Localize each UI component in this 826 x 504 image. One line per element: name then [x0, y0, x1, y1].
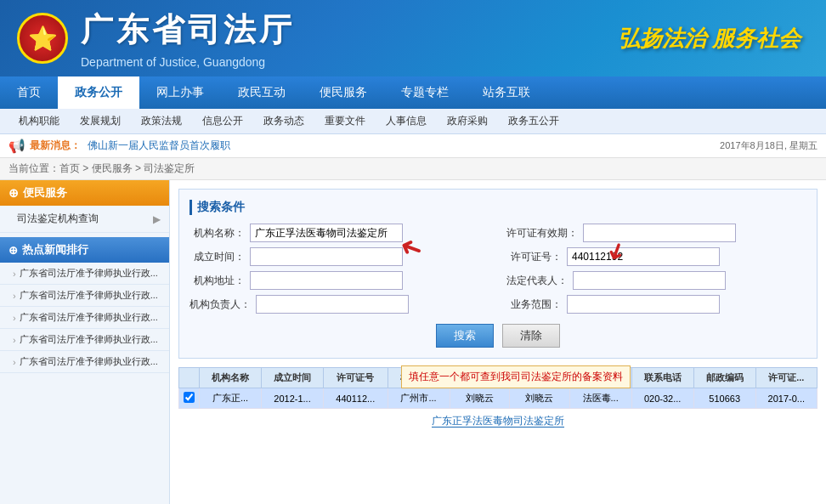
sidebar-news-item-2[interactable]: 广东省司法厅准予律师执业行政...: [0, 307, 169, 329]
logo-emblem: ⭐: [17, 13, 68, 64]
label-business-scope: 业务范围：: [506, 297, 562, 312]
sub-nav-xinxi[interactable]: 信息公开: [192, 109, 253, 133]
input-legal-rep[interactable]: [573, 271, 726, 290]
nav-item-zhengwu[interactable]: 政务公开: [58, 76, 139, 109]
sub-nav-zhongyao[interactable]: 重要文件: [314, 109, 376, 133]
sidebar-news-item-4[interactable]: 广东省司法厅准予律师执业行政...: [0, 351, 169, 373]
table-row[interactable]: 广东正... 2012-1... 440112... 广州市... 刘晓云 刘晓…: [179, 388, 818, 409]
main-nav: 首页 政务公开 网上办事 政民互动 便民服务 专题专栏 站务互联: [0, 76, 826, 109]
sub-nav-dongtai[interactable]: 政务动态: [253, 109, 314, 133]
input-establish-time[interactable]: [250, 247, 403, 266]
col-postcode: 邮政编码: [693, 368, 755, 388]
sidebar-news-icon: ⊕: [8, 244, 18, 257]
input-institution-person[interactable]: [256, 295, 409, 314]
input-license-no[interactable]: [567, 247, 720, 266]
title-en: Department of Justice, Guangdong: [81, 55, 295, 69]
main-content: 填任意一个都可查到我司司法鉴定所的备案资料 ➜ ➜ 搜索条件 机构名称： 许可证…: [170, 180, 826, 504]
row-checkbox[interactable]: [179, 388, 200, 409]
form-row-legal-rep: 法定代表人：: [506, 271, 806, 290]
sub-nav-wugong[interactable]: 政务五公开: [498, 109, 569, 133]
form-row-license-no: 许可证号：: [506, 247, 806, 266]
input-institution-addr[interactable]: [250, 271, 403, 290]
row-business: 法医毒...: [569, 388, 631, 409]
nav-item-home[interactable]: 首页: [0, 76, 58, 109]
nav-item-zhuanti[interactable]: 专题专栏: [384, 76, 466, 109]
label-establish-time: 成立时间：: [190, 250, 245, 264]
sidebar-news-item-1[interactable]: 广东省司法厅准予律师执业行政...: [0, 285, 169, 307]
row-license: 440112...: [324, 388, 388, 409]
news-text[interactable]: 佛山新一届人民监督员首次履职: [88, 139, 711, 153]
search-buttons: 搜索 清除: [190, 324, 806, 348]
sub-nav-renshi[interactable]: 人事信息: [376, 109, 437, 133]
nav-item-bianmin[interactable]: 便民服务: [303, 76, 384, 109]
news-icon: 📢: [8, 138, 25, 154]
sidebar: ⊕ 便民服务 司法鉴定机构查询 ▶ ⊕ 热点新闻排行 广东省司法厅准予律师执业行…: [0, 180, 170, 504]
annotation-box: 填任意一个都可查到我司司法鉴定所的备案资料: [401, 365, 631, 388]
row-person: 刘晓云: [510, 388, 570, 409]
sub-nav-zhengce[interactable]: 政策法规: [131, 109, 192, 133]
header-title: 广东省司法厅 Department of Justice, Guangdong: [81, 8, 295, 69]
col-license: 许可证号: [324, 368, 388, 388]
label-license-valid: 许可证有效期：: [506, 226, 578, 241]
col-establish: 成立时间: [262, 368, 324, 388]
col-license-exp: 许可证...: [755, 368, 817, 388]
form-row-license-valid: 许可证有效期：: [506, 224, 806, 242]
input-business-scope[interactable]: [567, 295, 720, 314]
sidebar-item-sifajianding[interactable]: 司法鉴定机构查询 ▶: [0, 206, 169, 233]
sub-nav-jigou[interactable]: 机构职能: [8, 109, 70, 133]
sidebar-news-title: ⊕ 热点新闻排行: [0, 237, 169, 263]
sidebar-section-bianmin: ⊕ 便民服务 司法鉴定机构查询 ▶: [0, 180, 169, 233]
sub-nav-caigou[interactable]: 政府采购: [437, 109, 498, 133]
form-row-establish: 成立时间：: [190, 247, 489, 266]
sidebar-news-item-3[interactable]: 广东省司法厅准予律师执业行政...: [0, 329, 169, 351]
nav-item-wangshang[interactable]: 网上办事: [139, 76, 221, 109]
row-address: 广州市...: [388, 388, 450, 409]
header: ⭐ 广东省司法厅 Department of Justice, Guangdon…: [0, 0, 826, 76]
row-legal: 刘晓云: [450, 388, 510, 409]
title-cn: 广东省司法厅: [81, 8, 295, 52]
sidebar-section-label: 便民服务: [23, 185, 67, 201]
footer-link[interactable]: 广东正孚法医毒物司法鉴定所: [432, 415, 564, 428]
content-area: ⊕ 便民服务 司法鉴定机构查询 ▶ ⊕ 热点新闻排行 广东省司法厅准予律师执业行…: [0, 180, 826, 504]
search-panel: 搜索条件 机构名称： 许可证有效期： 成立时间： 许可证号：: [178, 189, 818, 359]
input-institution-name[interactable]: [250, 224, 403, 242]
row-phone: 020-32...: [631, 388, 693, 409]
footer-bar: 广东正孚法医毒物司法鉴定所: [178, 414, 818, 428]
label-legal-rep: 法定代表人：: [506, 274, 568, 288]
sidebar-item-label-sifa: 司法鉴定机构查询: [17, 212, 99, 226]
form-row-addr: 机构地址：: [190, 271, 489, 290]
form-row-name: 机构名称：: [190, 224, 489, 242]
clear-button[interactable]: 清除: [502, 324, 560, 348]
col-checkbox: [179, 368, 200, 388]
row-name: 广东正...: [200, 388, 262, 409]
nav-item-zhengmin[interactable]: 政民互动: [221, 76, 303, 109]
arrow-icon: ▶: [153, 213, 161, 225]
search-form: 机构名称： 许可证有效期： 成立时间： 许可证号： 机构地址：: [190, 224, 806, 314]
news-label: 最新消息：: [30, 139, 81, 153]
form-row-business: 业务范围：: [506, 295, 806, 314]
sidebar-news-item-0[interactable]: 广东省司法厅准予律师执业行政...: [0, 263, 169, 285]
sidebar-section-icon: ⊕: [8, 186, 19, 200]
search-button[interactable]: 搜索: [436, 324, 494, 348]
row-postcode: 510663: [693, 388, 755, 409]
sub-nav-fazhan[interactable]: 发展规划: [70, 109, 131, 133]
nav-item-zhanlian[interactable]: 站务互联: [466, 76, 547, 109]
label-institution-addr: 机构地址：: [190, 274, 245, 288]
label-institution-person: 机构负责人：: [190, 297, 251, 312]
emblem-icon: ⭐: [28, 25, 58, 53]
sub-nav: 机构职能 发展规划 政策法规 信息公开 政务动态 重要文件 人事信息 政府采购 …: [0, 109, 826, 134]
sidebar-news-label: 热点新闻排行: [22, 242, 88, 258]
news-date: 2017年8月18日, 星期五: [720, 139, 818, 152]
sidebar-section-title-bianmin: ⊕ 便民服务: [0, 180, 169, 206]
form-row-person: 机构负责人：: [190, 295, 489, 314]
sidebar-section-hotreads: ⊕ 热点新闻排行 广东省司法厅准予律师执业行政... 广东省司法厅准予律师执业行…: [0, 237, 169, 373]
news-bar: 📢 最新消息： 佛山新一届人民监督员首次履职 2017年8月18日, 星期五: [0, 134, 826, 158]
label-institution-name: 机构名称：: [190, 226, 245, 241]
row-establish: 2012-1...: [262, 388, 324, 409]
search-panel-title: 搜索条件: [190, 200, 806, 215]
row-license-exp: 2017-0...: [755, 388, 817, 409]
label-license-no: 许可证号：: [506, 250, 562, 264]
col-phone: 联系电话: [631, 368, 693, 388]
breadcrumb: 当前位置：首页 > 便民服务 > 司法鉴定所: [0, 158, 826, 180]
col-name: 机构名称: [200, 368, 262, 388]
